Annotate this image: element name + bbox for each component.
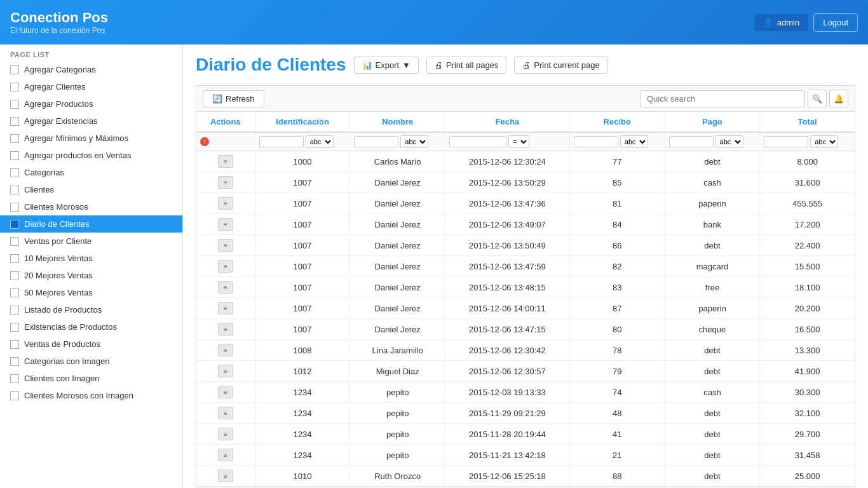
table-row: ≡ 1234 pepito 2015-11-21 13:42:18 21 deb… — [196, 445, 855, 466]
row-total: 30.300 — [760, 382, 855, 403]
row-id: 1010 — [255, 466, 350, 487]
table-header-row: Actions Identificación Nombre Fecha Reci… — [196, 112, 855, 132]
sidebar-item-20-mejores-ventas[interactable]: 20 Mejores Ventas — [0, 267, 182, 284]
filter-input-recibo[interactable] — [574, 136, 618, 147]
row-actions-cell: ≡ — [196, 361, 255, 382]
filter-select-total[interactable]: abc — [810, 135, 838, 148]
sidebar-item-agregar-productos[interactable]: Agregar Productos — [0, 95, 182, 112]
sidebar-item-clientes-imagen[interactable]: Clientes con Imagen — [0, 370, 182, 387]
filter-input-nombre[interactable] — [354, 136, 398, 147]
clear-search-button[interactable]: 🔔 — [829, 90, 848, 107]
table-row: ≡ 1007 Daniel Jerez 2015-12-06 13:47:15 … — [196, 319, 855, 340]
sidebar-item-ventas-por-cliente[interactable]: Ventas por Cliente — [0, 233, 182, 250]
row-action-icon[interactable]: ≡ — [218, 449, 233, 461]
sidebar-item-label: Ventas por Cliente — [24, 236, 92, 246]
app-subtitle: El futuro de la conexión Pos — [10, 26, 108, 35]
sidebar-item-50-mejores-ventas[interactable]: 50 Mejores Ventas — [0, 284, 182, 301]
filter-select-fecha[interactable]: = — [508, 135, 529, 148]
row-id: 1234 — [255, 424, 350, 445]
sidebar-item-agregar-categorias[interactable]: Agregar Categorias — [0, 61, 182, 78]
logout-button[interactable]: Logout — [813, 13, 858, 32]
col-header-id[interactable]: Identificación — [255, 112, 350, 132]
filter-input-id[interactable] — [259, 136, 304, 147]
row-actions-cell: ≡ — [196, 277, 255, 298]
sidebar-item-label: Listado de Productos — [24, 305, 102, 315]
sidebar-item-existencias-productos[interactable]: Existencias de Productos — [0, 318, 182, 336]
sidebar-item-agregar-minimos-maximos[interactable]: Agregar Minimos y Máximos — [0, 130, 182, 147]
table-row: ≡ 1007 Daniel Jerez 2015-12-06 13:47:36 … — [196, 193, 855, 214]
row-action-icon[interactable]: ≡ — [218, 344, 233, 356]
row-action-icon[interactable]: ≡ — [218, 323, 233, 336]
refresh-button[interactable]: 🔄 Refresh — [203, 90, 264, 107]
sidebar-item-10-mejores-ventas[interactable]: 10 Mejores Ventas — [0, 250, 182, 267]
filter-select-nombre[interactable]: abc — [400, 135, 428, 148]
sidebar-item-agregar-clientes[interactable]: Agregar Clientes — [0, 78, 182, 95]
sidebar-item-categorias[interactable]: Categorias — [0, 164, 182, 181]
row-recibo: 85 — [569, 172, 665, 193]
table-row: ≡ 1007 Daniel Jerez 2015-12-06 13:50:29 … — [196, 172, 855, 193]
filter-badge: ! — [200, 137, 209, 146]
row-action-icon[interactable]: ≡ — [218, 407, 233, 419]
col-header-pago[interactable]: Pago — [665, 112, 760, 132]
filter-input-fecha[interactable] — [449, 136, 506, 147]
row-action-icon[interactable]: ≡ — [218, 386, 233, 398]
sidebar-item-agregar-productos-ventas[interactable]: Agregar productos en Ventas — [0, 147, 182, 164]
page-icon — [10, 357, 19, 366]
clear-icon: 🔔 — [834, 94, 844, 104]
row-action-icon[interactable]: ≡ — [218, 365, 233, 377]
row-recibo: 84 — [569, 214, 665, 235]
row-action-icon[interactable]: ≡ — [218, 260, 233, 273]
row-action-icon[interactable]: ≡ — [218, 197, 233, 210]
row-fecha: 2015-12-06 13:47:59 — [445, 256, 570, 277]
row-total: 17.200 — [760, 214, 855, 235]
sidebar-item-clientes-morosos-imagen[interactable]: Clientes Morosos con Imagen — [0, 387, 182, 404]
print-current-button[interactable]: 🖨 Print current page — [514, 57, 607, 74]
filter-select-recibo[interactable]: abc — [620, 135, 648, 148]
filter-select-pago[interactable]: abc — [715, 135, 743, 148]
sidebar-item-listado-productos[interactable]: Listado de Productos — [0, 301, 182, 318]
search-area: 🔍 🔔 — [640, 90, 848, 107]
row-id: 1007 — [255, 256, 350, 277]
sidebar-item-ventas-productos[interactable]: Ventas de Productos — [0, 336, 182, 353]
sidebar-item-clientes[interactable]: Clientes — [0, 181, 182, 198]
sidebar-item-categorias-imagen[interactable]: Categorias con Imagen — [0, 353, 182, 370]
admin-button[interactable]: 👤 admin — [754, 14, 808, 31]
search-input[interactable] — [640, 90, 805, 107]
page-icon — [10, 237, 19, 246]
sidebar-item-clientes-morosos[interactable]: Clientes Morosos — [0, 198, 182, 215]
filter-select-id[interactable]: abc — [306, 135, 334, 148]
row-action-icon[interactable]: ≡ — [218, 302, 233, 315]
print-all-icon: 🖨 — [435, 60, 443, 70]
sidebar-item-label: Agregar Minimos y Máximos — [24, 133, 128, 143]
row-id: 1012 — [255, 361, 350, 382]
row-action-icon[interactable]: ≡ — [218, 470, 233, 482]
sidebar-item-agregar-existencias[interactable]: Agregar Existencias — [0, 112, 182, 130]
sidebar-item-diario-de-clientes[interactable]: Diario de Clientes — [0, 215, 182, 233]
col-header-recibo[interactable]: Recibo — [569, 112, 665, 132]
page-icon — [10, 134, 19, 143]
row-action-icon[interactable]: ≡ — [218, 176, 233, 189]
row-action-icon[interactable]: ≡ — [218, 281, 233, 294]
row-total: 31.600 — [760, 172, 855, 193]
row-action-icon[interactable]: ≡ — [218, 155, 233, 168]
row-fecha: 2015-12-03 19:13:33 — [445, 382, 570, 403]
col-header-fecha[interactable]: Fecha — [445, 112, 570, 132]
print-current-icon: 🖨 — [522, 60, 531, 70]
table-row: ≡ 1008 Lina Jaramillo 2015-12-06 12:30:4… — [196, 340, 855, 361]
search-button[interactable]: 🔍 — [808, 90, 827, 107]
filter-input-total[interactable] — [764, 136, 808, 147]
row-action-icon[interactable]: ≡ — [218, 218, 233, 231]
row-nombre: Daniel Jerez — [350, 193, 445, 214]
row-action-icon[interactable]: ≡ — [218, 239, 233, 252]
sidebar-item-label: Existencias de Productos — [24, 322, 117, 332]
brand: Conection Pos El futuro de la conexión P… — [10, 10, 108, 35]
row-total: 29.700 — [760, 424, 855, 445]
filter-input-pago[interactable] — [669, 136, 714, 147]
col-header-actions: Actions — [196, 112, 255, 132]
export-button[interactable]: 📊 Export ▼ — [354, 57, 419, 74]
print-all-button[interactable]: 🖨 Print all pages — [426, 57, 506, 74]
col-header-total[interactable]: Total — [760, 112, 855, 132]
col-header-nombre[interactable]: Nombre — [350, 112, 445, 132]
page-icon — [10, 391, 19, 400]
row-action-icon[interactable]: ≡ — [218, 428, 233, 440]
